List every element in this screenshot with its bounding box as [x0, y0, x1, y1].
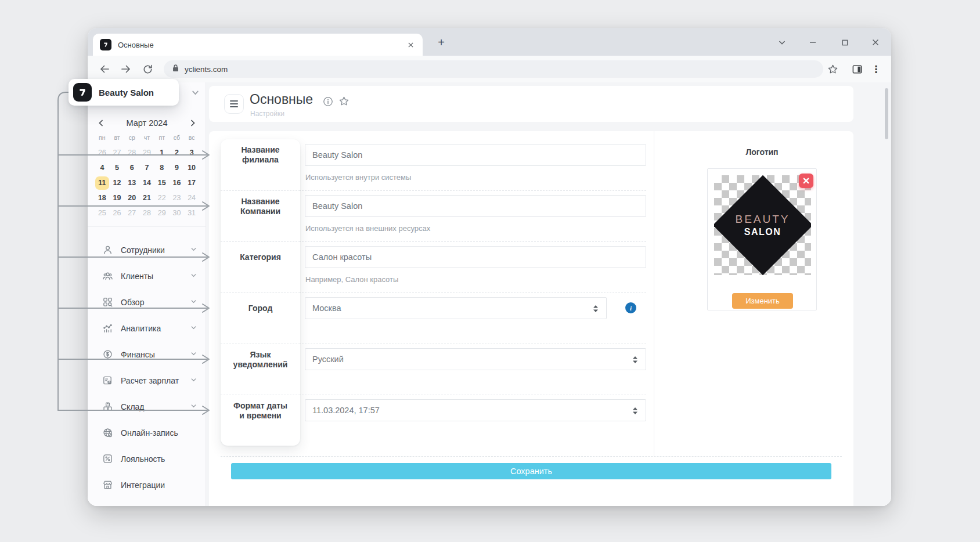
calendar-day-selected[interactable]: 11 [95, 175, 110, 190]
calendar-day[interactable]: 9 [170, 160, 185, 175]
bookmark-star-icon[interactable] [825, 62, 840, 77]
window-close-icon[interactable] [868, 35, 883, 50]
favorite-star-icon[interactable] [338, 96, 350, 109]
info-icon[interactable] [323, 96, 333, 109]
calendar-day[interactable]: 18 [95, 190, 110, 205]
calendar-day[interactable]: 17 [184, 175, 199, 190]
window-maximize-icon[interactable] [837, 35, 852, 50]
calendar-day[interactable]: 24 [184, 190, 199, 205]
form-row-language [305, 344, 646, 395]
calendar-day[interactable]: 26 [95, 145, 110, 160]
weekday-label: пн [95, 130, 110, 145]
calendar-day[interactable]: 28 [139, 205, 154, 221]
sidebar-item-loyalty[interactable]: Лояльность [88, 446, 206, 472]
calendar-day[interactable]: 12 [110, 175, 125, 190]
calendar-weekdays: пн вт ср чт пт сб вс [95, 130, 199, 145]
field-helper: Используется на внешних ресурсах [305, 224, 430, 233]
window-menu-chevron-icon[interactable] [774, 35, 790, 50]
reload-icon[interactable] [140, 62, 155, 77]
calendar-day[interactable]: 16 [170, 175, 185, 190]
calendar-day[interactable]: 8 [154, 160, 170, 175]
calendar-day[interactable]: 5 [110, 160, 125, 175]
sidebar-item-employees[interactable]: Сотрудники [88, 237, 206, 263]
city-select[interactable] [305, 297, 607, 319]
calendar-day[interactable]: 19 [110, 190, 125, 205]
page-header: Основные Настройки [209, 86, 853, 122]
calendar-day[interactable]: 25 [95, 205, 110, 221]
save-button[interactable]: Сохранить [231, 463, 831, 479]
calendar-day[interactable]: 28 [124, 145, 139, 160]
tab-title: Основные [118, 41, 405, 49]
field-helper: Например, Салон красоты [305, 275, 398, 284]
field-label-city: Город [221, 292, 300, 344]
calendar-day[interactable]: 23 [170, 190, 185, 205]
sidebar-item-clients[interactable]: Клиенты [88, 263, 206, 289]
logo-remove-button[interactable] [799, 174, 813, 188]
category-input[interactable] [305, 246, 646, 268]
sidebar-menu: Сотрудники Клиенты Обзор [88, 237, 206, 498]
sidebar-item-integrations[interactable]: Интеграции [88, 472, 206, 498]
calendar-day[interactable]: 29 [154, 205, 170, 221]
url-bar[interactable]: yclients.com [164, 60, 823, 78]
chevron-down-icon [190, 271, 197, 281]
sidebar-item-analytics[interactable]: Аналитика [88, 315, 206, 341]
sidebar: Март 2024 пн вт ср чт пт сб вс 26 27 [88, 82, 206, 506]
field-label-company-name: Название Компании [221, 190, 300, 241]
weekday-label: вс [184, 130, 199, 145]
scrollbar-thumb[interactable] [885, 88, 888, 139]
calendar-day[interactable]: 14 [139, 175, 154, 190]
city-info-icon[interactable]: i [625, 302, 636, 313]
form-row-city: i [305, 292, 646, 344]
browser-tab[interactable]: Основные [93, 34, 423, 56]
browser-menu-kebab-icon[interactable]: ⋮ [869, 62, 884, 77]
calendar-day[interactable]: 27 [110, 145, 125, 160]
side-panel-icon[interactable] [849, 62, 864, 77]
calendar-day[interactable]: 20 [124, 190, 139, 205]
page-title: Основные [250, 92, 313, 107]
company-name-input[interactable] [305, 195, 646, 217]
calendar-day[interactable]: 7 [139, 160, 154, 175]
language-select[interactable] [305, 348, 646, 370]
sidebar-item-overview[interactable]: Обзор [88, 289, 206, 315]
calendar-day[interactable]: 15 [154, 175, 170, 190]
calendar-day[interactable]: 13 [124, 175, 139, 190]
chevron-down-icon [190, 375, 197, 386]
calendar-day[interactable]: 22 [154, 190, 170, 205]
branch-name-input[interactable] [305, 144, 646, 166]
calendar-day[interactable]: 29 [139, 145, 154, 160]
menu-toggle-button[interactable] [224, 94, 244, 114]
calendar-day[interactable]: 6 [124, 160, 139, 175]
logo-brand-bottom: SALON [735, 227, 790, 237]
account-chevron-down-icon[interactable] [191, 88, 200, 99]
calendar-next-icon[interactable] [186, 117, 199, 129]
window-minimize-icon[interactable] [805, 35, 820, 50]
weekday-label: ср [124, 130, 139, 145]
back-icon[interactable] [97, 62, 112, 77]
select-spinner-icon [632, 356, 638, 366]
calendar-day[interactable]: 26 [110, 205, 125, 221]
logo-change-button[interactable]: Изменить [732, 293, 793, 309]
field-label-datetime-format: Формат даты и времени [221, 395, 300, 446]
calendar-day[interactable]: 10 [184, 160, 199, 175]
form-row-company-name: Используется на внешних ресурсах [305, 190, 646, 241]
logo-preview: BEAUTY SALON [714, 175, 811, 275]
account-pill[interactable]: Beauty Salon [69, 79, 179, 106]
calendar-day[interactable]: 3 [184, 145, 199, 160]
forward-icon[interactable] [118, 62, 134, 77]
calendar-day[interactable]: 21 [139, 190, 154, 205]
sidebar-item-finance[interactable]: Финансы [88, 341, 206, 367]
calendar-day[interactable]: 4 [95, 160, 110, 175]
sidebar-item-warehouse[interactable]: Склад [88, 393, 206, 420]
sidebar-item-online-booking[interactable]: Онлайн-запись [88, 420, 206, 446]
calendar-day[interactable]: 31 [184, 205, 199, 221]
tab-close-icon[interactable] [405, 39, 416, 50]
sidebar-item-payroll[interactable]: Расчет зарплат [88, 367, 206, 393]
analytics-icon [102, 323, 113, 334]
calendar-day[interactable]: 1 [154, 145, 170, 160]
new-tab-button[interactable]: + [434, 35, 449, 50]
calendar-day[interactable]: 27 [124, 205, 139, 221]
calendar-day[interactable]: 30 [170, 205, 185, 221]
calendar-prev-icon[interactable] [95, 117, 107, 129]
calendar-day[interactable]: 2 [170, 145, 185, 160]
datetime-format-select[interactable] [305, 399, 646, 421]
